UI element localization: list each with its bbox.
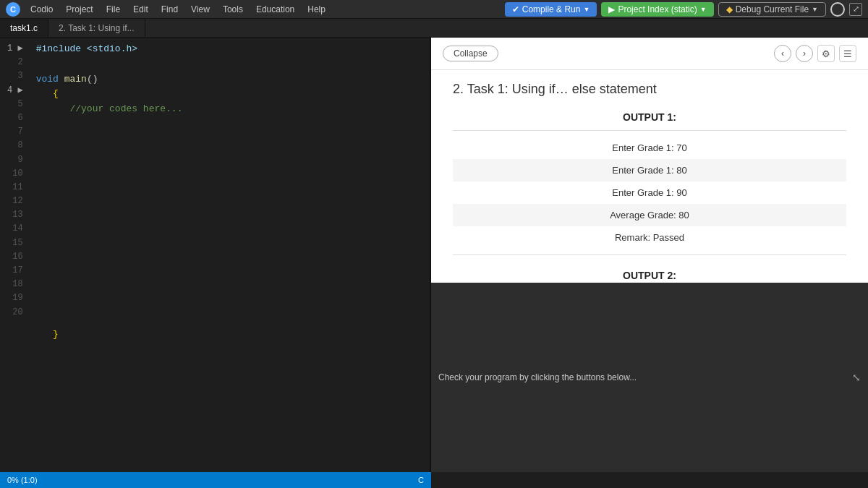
editor-status: 0% (1:0) C (0, 472, 431, 488)
debug-button[interactable]: ◆ Debug Current File ▼ (718, 2, 826, 17)
code-line-2 (29, 57, 430, 72)
output1-row-2: Enter Grade 1: 80 (453, 159, 846, 181)
menu-tools[interactable]: Tools (217, 3, 249, 16)
task-bottom-text: Check your program by clicking the butto… (438, 372, 637, 382)
line-num-17: 17 (7, 264, 23, 278)
list-button[interactable]: ☰ (839, 45, 856, 62)
code-line-18 (29, 298, 430, 313)
code-line-15 (29, 252, 430, 267)
bottom-bars: 0% (1:0) C (0, 472, 868, 488)
line-num-7: 7 (7, 125, 23, 139)
compile-run-button[interactable]: ✔ Compile & Run ▼ (505, 2, 597, 17)
code-line-6 (29, 117, 430, 132)
triangle-play-icon: ▶ (608, 4, 615, 14)
app-logo: C (6, 2, 20, 17)
menu-find[interactable]: Find (156, 3, 184, 16)
line-num-3: 3 (7, 69, 23, 83)
line-numbers: 1 ▶ 2 3 4 ▶ 5 6 7 8 9 10 11 12 13 14 15 … (0, 38, 29, 472)
code-line-10 (29, 177, 430, 192)
output1-divider-bottom (453, 254, 846, 255)
code-line-16 (29, 267, 430, 283)
code-line-7 (29, 132, 430, 147)
code-line-20: } (29, 328, 430, 343)
line-num-12: 12 (7, 194, 23, 208)
output1-divider-top (453, 130, 846, 131)
task-header-icons: ‹ › ⚙ ☰ (774, 45, 856, 62)
editor-panel: 1 ▶ 2 3 4 ▶ 5 6 7 8 9 10 11 12 13 14 15 … (0, 38, 431, 472)
code-line-4: { (29, 87, 430, 102)
code-line-19 (29, 312, 430, 328)
menu-codio[interactable]: Codio (25, 3, 59, 16)
line-num-18: 18 (7, 278, 23, 291)
output1-row-4: Average Grade: 80 (453, 204, 846, 226)
dropdown-arrow-icon2: ▼ (700, 6, 707, 13)
code-line-12 (29, 207, 430, 223)
code-line-11 (29, 192, 430, 207)
status-position: 0% (1:0) (7, 476, 38, 484)
task-panel: Collapse ‹ › ⚙ ☰ 2. Task 1: Using if… el… (431, 38, 868, 472)
code-line-13 (29, 223, 430, 238)
code-line-8 (29, 147, 430, 163)
line-num-15: 15 (7, 236, 23, 250)
task-body[interactable]: 2. Task 1: Using if… else statement OUTP… (431, 70, 868, 283)
output1-label: OUTPUT 1: (453, 111, 846, 123)
power-icon[interactable] (830, 2, 845, 17)
output2-section: OUTPUT 2: Enter Grade 1: 50 Enter Grade … (453, 270, 846, 283)
dropdown-arrow-icon: ▼ (583, 6, 590, 13)
line-num-16: 16 (7, 250, 23, 264)
line-num-19: 19 (7, 291, 23, 305)
fullscreen-icon[interactable]: ⤢ (849, 3, 862, 16)
output2-label: OUTPUT 2: (453, 270, 846, 281)
line-num-10: 10 (7, 167, 23, 181)
code-line-3: void main() (29, 72, 430, 87)
panels-row: 1 ▶ 2 3 4 ▶ 5 6 7 8 9 10 11 12 13 14 15 … (0, 38, 868, 472)
menu-edit[interactable]: Edit (127, 3, 154, 16)
diamond-icon: ◆ (726, 4, 733, 14)
tabs-row: task1.c 2. Task 1: Using if... (0, 19, 868, 38)
line-num-4: 4 ▶ (7, 84, 23, 98)
line-num-8: 8 (7, 139, 23, 153)
output1-row-1: Enter Grade 1: 70 (453, 137, 846, 159)
expand-corners-icon[interactable]: ⤡ (852, 372, 861, 383)
task-header: Collapse ‹ › ⚙ ☰ (431, 38, 868, 70)
output1-row-5: Remark: Passed (453, 226, 846, 249)
code-area[interactable]: #include <stdio.h> void main() { //your … (29, 38, 430, 472)
tab-editor[interactable]: task1.c (0, 19, 48, 37)
collapse-button[interactable]: Collapse (443, 46, 498, 61)
line-num-2: 2 (7, 56, 23, 69)
line-num-1: 1 ▶ (7, 42, 23, 56)
editor-body[interactable]: 1 ▶ 2 3 4 ▶ 5 6 7 8 9 10 11 12 13 14 15 … (0, 38, 430, 472)
line-num-9: 9 (7, 153, 23, 167)
dropdown-arrow-icon3: ▼ (812, 6, 818, 13)
prev-button[interactable]: ‹ (774, 45, 791, 62)
code-line-17 (29, 283, 430, 298)
project-index-button[interactable]: ▶ Project Index (static) ▼ (601, 2, 713, 17)
line-num-6: 6 (7, 111, 23, 125)
code-line-9 (29, 162, 430, 177)
code-line-1: #include <stdio.h> (29, 42, 430, 57)
menu-help[interactable]: Help (302, 3, 331, 16)
output1-row-3: Enter Grade 1: 90 (453, 181, 846, 204)
line-num-14: 14 (7, 222, 23, 236)
menu-project[interactable]: Project (60, 3, 98, 16)
code-line-14 (29, 237, 430, 252)
menu-view[interactable]: View (185, 3, 216, 16)
play-icon: ✔ (512, 4, 519, 14)
status-language: C (418, 476, 424, 484)
line-num-13: 13 (7, 208, 23, 222)
next-button[interactable]: › (796, 45, 813, 62)
menu-education[interactable]: Education (250, 3, 300, 16)
settings-button[interactable]: ⚙ (817, 45, 835, 62)
line-num-11: 11 (7, 181, 23, 194)
menubar-right: ✔ Compile & Run ▼ ▶ Project Index (stati… (505, 2, 862, 17)
line-num-20: 20 (7, 306, 23, 320)
line-num-5: 5 (7, 98, 23, 111)
menu-file[interactable]: File (101, 3, 126, 16)
task-title: 2. Task 1: Using if… else statement (453, 82, 846, 97)
output1-section: OUTPUT 1: Enter Grade 1: 70 Enter Grade … (453, 111, 846, 255)
code-line-5: //your codes here... (29, 102, 430, 117)
task-status-bottom: Check your program by clicking the butto… (431, 283, 868, 472)
tab-task[interactable]: 2. Task 1: Using if... (48, 19, 145, 37)
menubar: C Codio Project File Edit Find View Tool… (0, 0, 868, 19)
